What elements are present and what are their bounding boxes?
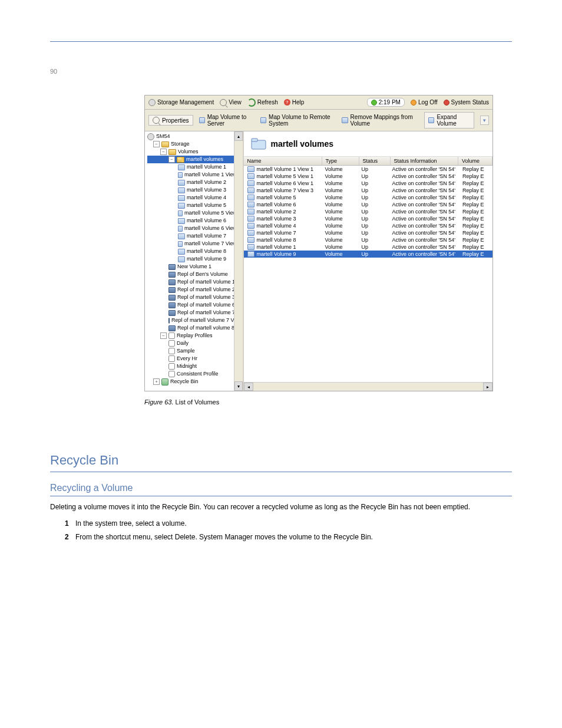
- scroll-right-icon[interactable]: ▸: [483, 383, 492, 391]
- tree-volume-item[interactable]: martell Volume 5: [147, 202, 242, 209]
- tree-volume-item[interactable]: martell Volume 9: [147, 255, 242, 263]
- tree-volume-item[interactable]: martell Volume 1 View 1: [147, 171, 242, 179]
- tree-volume-item[interactable]: martell Volume 5 View 1: [147, 209, 242, 217]
- tree-scrollbar[interactable]: ▴ ▾: [234, 131, 243, 391]
- scroll-up-icon[interactable]: ▴: [234, 131, 243, 141]
- cell-type: Volume: [322, 166, 358, 173]
- step-number: 1: [65, 518, 75, 529]
- collapse-icon[interactable]: −: [160, 332, 167, 339]
- menubar: Storage Management View Refresh ? Help 2…: [145, 95, 492, 110]
- tree-volume-item[interactable]: New Volume 1: [147, 263, 242, 271]
- menu-refresh[interactable]: Refresh: [247, 98, 278, 107]
- toolbar-overflow-button[interactable]: ▾: [480, 116, 489, 125]
- expand-icon[interactable]: +: [153, 378, 160, 385]
- tree-storage[interactable]: − Storage: [147, 140, 242, 148]
- tree-volume-item[interactable]: Repl of Ben's Volume: [147, 271, 242, 278]
- expand-volume-button[interactable]: Expand Volume: [424, 112, 474, 129]
- scroll-left-icon[interactable]: ◂: [244, 383, 253, 391]
- table-row[interactable]: martell Volume 7VolumeUpActive on contro…: [244, 229, 493, 236]
- collapse-icon[interactable]: −: [168, 156, 175, 163]
- tree-root[interactable]: SM54: [147, 133, 242, 140]
- tree-volume-item[interactable]: Repl of martell Volume 1: [147, 278, 242, 286]
- collapse-icon[interactable]: −: [160, 149, 167, 155]
- tree-volume-item[interactable]: martell Volume 1: [147, 163, 242, 171]
- table-row[interactable]: martell Volume 6VolumeUpActive on contro…: [244, 201, 493, 208]
- cell-name: martell Volume 5: [257, 195, 296, 200]
- app-screenshot: Storage Management View Refresh ? Help 2…: [144, 95, 493, 391]
- cell-type: Volume: [322, 236, 358, 243]
- properties-button[interactable]: Properties: [148, 115, 193, 126]
- table-row[interactable]: martell Volume 4VolumeUpActive on contro…: [244, 222, 493, 229]
- tree-replay-profiles[interactable]: − Replay Profiles: [147, 332, 242, 340]
- tree-volume-item[interactable]: martell Volume 6: [147, 217, 242, 225]
- tree-volume-item[interactable]: martell Volume 7: [147, 232, 242, 240]
- table-row[interactable]: martell Volume 6 View 1VolumeUpActive on…: [244, 180, 493, 187]
- table-row[interactable]: martell Volume 9VolumeUpActive on contro…: [244, 251, 493, 258]
- tree-martell-volumes[interactable]: − martell volumes: [147, 156, 242, 163]
- scroll-track[interactable]: [253, 383, 484, 391]
- remove-mappings[interactable]: Remove Mappings from Volume: [342, 114, 418, 127]
- table-row[interactable]: martell Volume 3VolumeUpActive on contro…: [244, 215, 493, 222]
- tree-profile-item[interactable]: Daily: [147, 340, 242, 347]
- cell-type: Volume: [322, 187, 358, 194]
- grid-horizontal-scrollbar[interactable]: ◂ ▸: [244, 382, 493, 391]
- tree-volume-item[interactable]: Repl of martell Volume 6: [147, 301, 242, 309]
- table-row[interactable]: martell Volume 7 View 3VolumeUpActive on…: [244, 187, 493, 194]
- clock[interactable]: 2:19 PM: [367, 98, 405, 107]
- cell-name: martell Volume 1: [257, 244, 296, 250]
- cell-info: Active on controller 'SN 54': [389, 180, 459, 187]
- link-label: Map Volume to Server: [207, 114, 254, 127]
- system-tree[interactable]: SM54 − Storage − Volumes −: [145, 131, 244, 391]
- tree-volume-item[interactable]: martell Volume 7 View 3: [147, 240, 242, 248]
- volume-grid[interactable]: Name Type Status Status Information Volu…: [244, 157, 493, 382]
- table-row[interactable]: martell Volume 5 View 1VolumeUpActive on…: [244, 173, 493, 180]
- replay-profile-icon: [168, 348, 175, 354]
- volume-icon: [168, 264, 176, 270]
- table-row[interactable]: martell Volume 1VolumeUpActive on contro…: [244, 243, 493, 251]
- tree-volume-item[interactable]: Repl of martell Volume 7: [147, 309, 242, 317]
- menu-view[interactable]: View: [220, 99, 242, 106]
- col-status[interactable]: Status: [359, 157, 391, 165]
- tree-volume-item[interactable]: martell Volume 2: [147, 179, 242, 186]
- tree-volume-item[interactable]: martell Volume 4: [147, 194, 242, 202]
- logoff[interactable]: Log Off: [411, 99, 438, 106]
- tree-profile-item[interactable]: Sample: [147, 347, 242, 355]
- tree-volume-item[interactable]: Repl of martell Volume 7 View 1: [147, 317, 242, 324]
- col-info[interactable]: Status Information: [391, 157, 459, 165]
- map-volume-to-server[interactable]: Map Volume to Server: [199, 114, 254, 127]
- cell-volume: Replay E: [459, 201, 492, 208]
- cell-info: Active on controller 'SN 54': [389, 236, 459, 243]
- col-name[interactable]: Name: [244, 157, 322, 165]
- cell-info: Active on controller 'SN 54': [389, 243, 459, 251]
- tree-volume-item[interactable]: Repl of martell volume 8: [147, 324, 242, 332]
- scroll-down-icon[interactable]: ▾: [234, 381, 243, 391]
- figure-caption: Figure 63. List of Volumes: [144, 398, 562, 406]
- col-type[interactable]: Type: [322, 157, 359, 165]
- collapse-icon[interactable]: −: [153, 141, 160, 147]
- table-row[interactable]: martell Volume 5VolumeUpActive on contro…: [244, 194, 493, 201]
- tree-recycle-bin[interactable]: + Recycle Bin: [147, 378, 242, 386]
- tree-profile-item[interactable]: Midnight: [147, 363, 242, 370]
- tree-profile-item[interactable]: Every Hr: [147, 355, 242, 363]
- tree-profile-item[interactable]: Consistent Profile: [147, 370, 242, 378]
- tree-volumes[interactable]: − Volumes: [147, 148, 242, 156]
- col-volume[interactable]: Volume: [458, 157, 492, 165]
- map-volume-to-remote[interactable]: Map Volume to Remote System: [260, 114, 336, 127]
- volume-icon: [247, 237, 254, 243]
- menu-help[interactable]: ? Help: [284, 99, 305, 106]
- tree-volume-item[interactable]: martell Volume 8: [147, 248, 242, 255]
- tree-volume-item[interactable]: martell Volume 6 View 1: [147, 225, 242, 232]
- system-status[interactable]: System Status: [444, 99, 489, 106]
- table-row[interactable]: martell Volume 2VolumeUpActive on contro…: [244, 208, 493, 215]
- cell-volume: Replay E: [459, 208, 492, 215]
- tree-volume-item[interactable]: Repl of martell Volume 2: [147, 286, 242, 294]
- menu-storage-management[interactable]: Storage Management: [148, 99, 214, 106]
- tree-volume-item[interactable]: Repl of martell Volume 3: [147, 294, 242, 301]
- table-row[interactable]: martell Volume 8VolumeUpActive on contro…: [244, 236, 493, 243]
- tree-volume-item[interactable]: martell Volume 3: [147, 186, 242, 194]
- cell-info: Active on controller 'SN 54': [389, 187, 459, 194]
- page-number: 90: [50, 68, 57, 75]
- grid-header: Name Type Status Status Information Volu…: [244, 157, 493, 166]
- table-row[interactable]: martell Volume 1 View 1VolumeUpActive on…: [244, 166, 493, 173]
- properties-icon: [153, 117, 160, 124]
